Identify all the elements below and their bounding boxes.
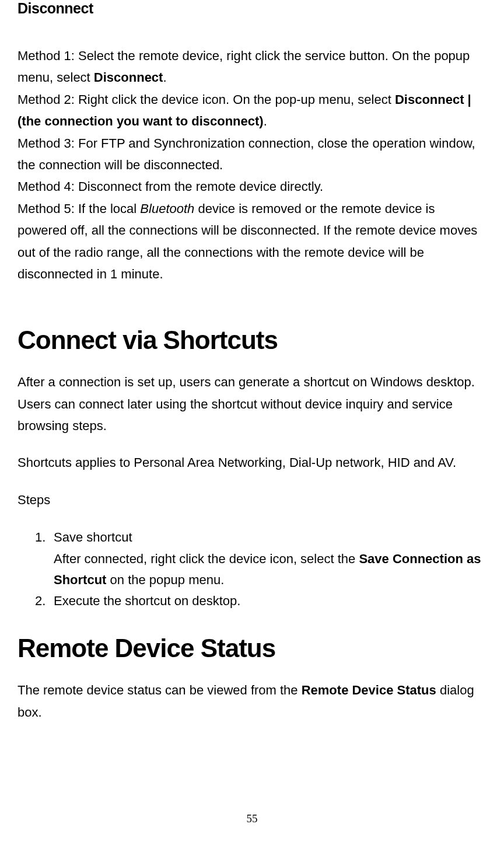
- list-item: 2. Execute the shortcut on desktop.: [35, 591, 487, 612]
- shortcuts-applies: Shortcuts applies to Personal Area Netwo…: [18, 452, 487, 473]
- method5-pre: Method 5: If the local: [18, 201, 140, 216]
- list-number-1: 1.: [35, 527, 54, 591]
- heading-remote-status: Remote Device Status: [18, 634, 487, 663]
- list-item: 1. Save shortcut After connected, right …: [35, 527, 487, 591]
- list-number-2: 2.: [35, 591, 54, 612]
- method1-bold: Disconnect: [94, 70, 163, 85]
- heading-disconnect: Disconnect: [18, 0, 487, 17]
- step2-text: Execute the shortcut on desktop.: [54, 593, 240, 608]
- method1-post: .: [163, 70, 166, 85]
- page-number: 55: [0, 812, 504, 825]
- method2-post: .: [264, 114, 267, 128]
- heading-connect-shortcuts: Connect via Shortcuts: [18, 326, 487, 355]
- method5-italic: Bluetooth: [140, 201, 194, 216]
- disconnect-methods-block: Method 1: Select the remote device, righ…: [18, 45, 487, 285]
- method4-text: Method 4: Disconnect from the remote dev…: [18, 179, 323, 194]
- step1-post: on the popup menu.: [106, 572, 224, 587]
- steps-list: 1. Save shortcut After connected, right …: [18, 526, 487, 612]
- method2-pre: Method 2: Right click the device icon. O…: [18, 92, 395, 107]
- status-bold: Remote Device Status: [302, 683, 436, 697]
- steps-label: Steps: [18, 489, 487, 511]
- status-text-block: The remote device status can be viewed f…: [18, 679, 487, 723]
- method3-text: Method 3: For FTP and Synchronization co…: [18, 136, 475, 172]
- shortcuts-intro: After a connection is set up, users can …: [18, 371, 487, 437]
- step1-pre: After connected, right click the device …: [54, 551, 359, 566]
- step1-title: Save shortcut: [54, 530, 132, 544]
- status-pre: The remote device status can be viewed f…: [18, 683, 302, 697]
- method1-pre: Method 1: Select the remote device, righ…: [18, 48, 470, 85]
- list-content-1: Save shortcut After connected, right cli…: [54, 527, 487, 591]
- list-content-2: Execute the shortcut on desktop.: [54, 591, 487, 612]
